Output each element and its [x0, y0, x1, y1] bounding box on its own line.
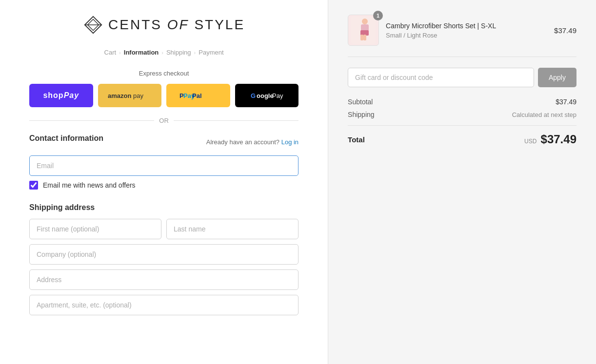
product-price: $37.49: [554, 26, 576, 35]
svg-rect-16: [363, 35, 366, 40]
amazonpay-button[interactable]: amazon pay: [98, 84, 162, 107]
svg-text:Pal: Pal: [192, 92, 202, 99]
newsletter-row: Email me with news and offers: [29, 181, 298, 190]
amazonpay-icon: amazon pay: [108, 90, 152, 101]
right-panel: 1 Cambry Microfiber Shorts Set | S-XL Sm…: [328, 0, 596, 364]
logo-text: CENTS of STYLE: [108, 17, 245, 33]
name-row: [29, 219, 298, 239]
product-thumbnail: [348, 15, 379, 46]
shipping-address-title: Shipping address: [29, 203, 298, 212]
or-divider: OR: [29, 117, 298, 124]
breadcrumb-information: Information: [124, 49, 159, 56]
last-name-field[interactable]: [166, 219, 298, 239]
discount-input[interactable]: [348, 68, 534, 87]
product-thumb-wrap: 1: [348, 15, 379, 46]
svg-text:pay: pay: [133, 92, 143, 99]
total-value-wrap: USD $37.49: [524, 133, 576, 146]
svg-text:Pay: Pay: [272, 92, 283, 99]
product-badge: 1: [373, 11, 383, 20]
paypal-button[interactable]: P Pay Pal: [166, 84, 230, 107]
breadcrumb-payment: Payment: [199, 49, 223, 56]
discount-row: Apply: [348, 68, 576, 87]
apt-field[interactable]: [29, 295, 298, 315]
svg-text:G: G: [251, 92, 256, 99]
left-panel: CENTS of STYLE Cart › Information › Ship…: [0, 0, 328, 364]
product-variant: Small / Light Rose: [386, 32, 547, 39]
logo-icon: [83, 15, 103, 35]
express-checkout-label: Express checkout: [29, 70, 298, 77]
address-field[interactable]: [29, 269, 298, 290]
svg-rect-13: [361, 24, 369, 31]
shipping-row: Shipping Calculated at next step: [348, 111, 576, 118]
product-info: Cambry Microfiber Shorts Set | S-XL Smal…: [386, 21, 547, 39]
total-label: Total: [348, 135, 365, 144]
breadcrumb-cart[interactable]: Cart: [104, 49, 117, 56]
svg-rect-15: [360, 35, 363, 40]
newsletter-label[interactable]: Email me with news and offers: [43, 181, 136, 189]
apply-button[interactable]: Apply: [538, 68, 576, 87]
shipping-label: Shipping: [348, 111, 375, 118]
paypal-icon: P Pay Pal: [179, 90, 218, 101]
first-name-field[interactable]: [29, 219, 161, 239]
subtotal-value: $37.49: [556, 98, 576, 106]
product-image-svg: [351, 17, 376, 44]
contact-title: Contact information: [29, 134, 103, 143]
shipping-value: Calculated at next step: [512, 111, 576, 118]
product-name: Cambry Microfiber Shorts Set | S-XL: [386, 21, 547, 31]
svg-point-12: [362, 19, 368, 24]
googlepay-button[interactable]: G oogle Pay: [235, 84, 299, 107]
newsletter-checkbox[interactable]: [29, 181, 38, 190]
already-account: Already have an account? Log in: [206, 138, 298, 146]
company-field[interactable]: [29, 244, 298, 265]
svg-text:amazon: amazon: [108, 92, 131, 99]
totals-section: Subtotal $37.49 Shipping Calculated at n…: [348, 98, 576, 146]
contact-header: Contact information Already have an acco…: [29, 134, 298, 150]
total-final-row: Total USD $37.49: [348, 125, 576, 146]
shoppay-button[interactable]: shopPay: [29, 84, 93, 107]
breadcrumb-shipping: Shipping: [166, 49, 191, 56]
breadcrumb: Cart › Information › Shipping › Payment: [29, 49, 298, 56]
logo-area: CENTS of STYLE: [29, 15, 298, 35]
googlepay-icon: G oogle Pay: [250, 90, 284, 101]
subtotal-label: Subtotal: [348, 98, 373, 106]
login-link[interactable]: Log in: [281, 138, 298, 146]
product-row: 1 Cambry Microfiber Shorts Set | S-XL Sm…: [348, 15, 576, 57]
svg-text:oogle: oogle: [257, 92, 274, 99]
currency-note: USD: [524, 138, 536, 145]
email-field[interactable]: [29, 155, 298, 176]
express-buttons: shopPay amazon pay P Pay Pal G oogle Pay: [29, 84, 298, 107]
total-final-value: $37.49: [541, 133, 576, 146]
subtotal-row: Subtotal $37.49: [348, 98, 576, 106]
